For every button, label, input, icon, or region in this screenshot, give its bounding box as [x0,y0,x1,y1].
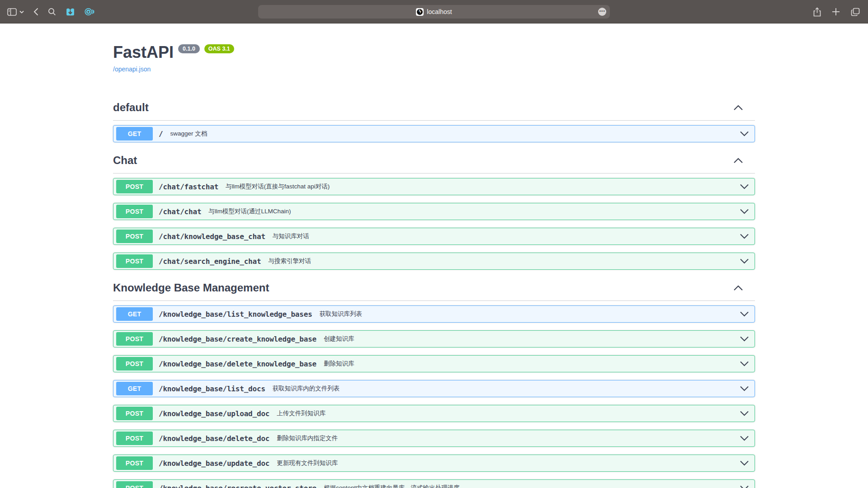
endpoint-summary: 删除知识库 [324,360,354,368]
endpoint-summary: 获取知识库内的文件列表 [273,385,340,393]
method-badge: POST [116,332,153,346]
endpoint-row[interactable]: POST /knowledge_base/delete_knowledge_ba… [113,355,755,372]
method-badge: POST [116,254,153,268]
endpoint-row[interactable]: POST /knowledge_base/recreate_vector_sto… [113,479,755,488]
endpoint-path: /knowledge_base/recreate_vector_store [159,484,316,488]
endpoint-summary: 与搜索引擎对话 [268,257,311,265]
endpoint-summary: 与知识库对话 [273,232,309,240]
endpoint-path: /chat/chat [159,207,201,216]
method-badge: POST [116,456,153,470]
endpoint-path: /knowledge_base/create_knowledge_base [159,335,316,343]
endpoint-path: /knowledge_base/upload_doc [159,409,269,418]
method-badge: POST [116,205,153,218]
method-badge: POST [116,407,153,420]
endpoint-summary: 与llm模型对话(直接与fastchat api对话) [226,183,330,191]
endpoint-summary: 上传文件到知识库 [277,409,326,418]
endpoint-row[interactable]: GET / swagger 文档 [113,125,755,142]
endpoint-path: /knowledge_base/delete_knowledge_base [159,360,316,368]
tag-header[interactable]: default [113,99,755,121]
method-badge: GET [116,307,153,321]
tag-header[interactable]: Chat [113,152,755,174]
endpoint-path: /chat/search_engine_chat [159,257,261,266]
collapse-section-icon[interactable] [733,285,743,291]
endpoint-row[interactable]: POST /chat/search_engine_chat 与搜索引擎对话 [113,253,755,270]
back-icon[interactable] [33,8,38,16]
method-badge: POST [116,357,153,371]
address-host: localhost [427,8,452,15]
expand-endpoint-icon[interactable] [740,209,749,214]
oas-badge: OAS 3.1 [204,44,234,53]
tag-header[interactable]: Knowledge Base Management [113,280,755,301]
endpoint-row[interactable]: GET /knowledge_base/list_knowledge_bases… [113,305,755,323]
endpoint-summary: 创建知识库 [324,335,354,343]
endpoint-row[interactable]: POST /knowledge_base/upload_doc 上传文件到知识库 [113,405,755,422]
endpoint-list: POST /chat/fastchat 与llm模型对话(直接与fastchat… [113,174,755,270]
api-info: FastAPI 0.1.0 OAS 3.1 /openapi.json [113,23,755,73]
expand-endpoint-icon[interactable] [740,460,749,466]
endpoint-path: / [159,130,163,138]
endpoint-row[interactable]: POST /knowledge_base/delete_doc 删除知识库内指定… [113,430,755,447]
share-icon[interactable] [813,7,821,17]
method-badge: GET [116,382,153,395]
expand-endpoint-icon[interactable] [740,336,749,342]
page-title: FastAPI 0.1.0 OAS 3.1 [113,43,755,61]
method-badge: POST [116,230,153,243]
extension-bookmark-arrow-icon[interactable] [66,7,75,17]
openapi-spec-link[interactable]: /openapi.json [113,66,151,73]
tag-title: Knowledge Base Management [113,282,269,294]
method-badge: GET [116,127,153,141]
expand-endpoint-icon[interactable] [740,184,749,189]
endpoint-path: /chat/knowledge_base_chat [159,232,265,241]
page-settings-icon[interactable]: ••• [598,8,606,16]
method-badge: POST [116,481,153,488]
tab-overview-icon[interactable] [851,8,860,16]
endpoint-row[interactable]: POST /chat/knowledge_base_chat 与知识库对话 [113,228,755,245]
expand-endpoint-icon[interactable] [740,131,749,136]
swagger-page: FastAPI 0.1.0 OAS 3.1 /openapi.json defa… [0,23,868,488]
expand-endpoint-icon[interactable] [740,485,749,488]
endpoint-summary: 删除知识库内指定文件 [277,434,338,442]
method-badge: POST [116,432,153,445]
expand-endpoint-icon[interactable] [740,386,749,391]
endpoint-path: /knowledge_base/update_doc [159,459,269,468]
tag-section: Knowledge Base Management GET /knowledge… [113,280,755,488]
extension-star-circle-icon[interactable] [85,7,94,16]
address-bar[interactable]: ϟ localhost ••• [258,5,610,19]
endpoint-row[interactable]: POST /knowledge_base/create_knowledge_ba… [113,330,755,347]
endpoint-row[interactable]: POST /chat/chat 与llm模型对话(通过LLMChain) [113,203,755,220]
method-badge: POST [116,180,153,193]
endpoint-summary: swagger 文档 [170,130,207,138]
expand-endpoint-icon[interactable] [740,234,749,239]
site-favicon: ϟ [416,8,424,16]
collapse-section-icon[interactable] [733,105,743,111]
endpoint-summary: 根据content中文档重建向量库，流式输出处理进度。 [324,484,466,488]
expand-endpoint-icon[interactable] [740,361,749,366]
endpoint-row[interactable]: POST /chat/fastchat 与llm模型对话(直接与fastchat… [113,178,755,195]
api-title-text: FastAPI [113,43,174,61]
chevron-down-icon[interactable] [19,10,24,14]
endpoint-row[interactable]: GET /knowledge_base/list_docs 获取知识库内的文件列… [113,380,755,397]
endpoint-list: GET /knowledge_base/list_knowledge_bases… [113,301,755,488]
tag-section: Chat POST /chat/fastchat 与llm模型对话(直接与fas… [113,152,755,270]
version-badge: 0.1.0 [178,44,200,53]
tag-title: default [113,101,149,114]
endpoint-summary: 与llm模型对话(通过LLMChain) [208,207,291,216]
browser-toolbar: ϟ localhost ••• [0,0,868,23]
expand-endpoint-icon[interactable] [740,258,749,264]
new-tab-icon[interactable] [832,8,840,16]
search-icon[interactable] [48,8,56,16]
expand-endpoint-icon[interactable] [740,436,749,441]
endpoint-path: /knowledge_base/list_knowledge_bases [159,310,312,319]
tag-sections: default GET / swagger 文档 Chat POST /chat… [113,73,755,488]
endpoint-row[interactable]: POST /knowledge_base/update_doc 更新现有文件到知… [113,455,755,472]
endpoint-summary: 获取知识库列表 [320,310,363,318]
expand-endpoint-icon[interactable] [740,311,749,317]
tag-section: default GET / swagger 文档 [113,99,755,142]
endpoint-path: /knowledge_base/list_docs [159,385,265,393]
sidebar-icon[interactable] [7,8,17,16]
endpoint-list: GET / swagger 文档 [113,121,755,142]
endpoint-path: /chat/fastchat [159,183,218,191]
tag-title: Chat [113,154,137,167]
expand-endpoint-icon[interactable] [740,411,749,416]
collapse-section-icon[interactable] [733,158,743,164]
